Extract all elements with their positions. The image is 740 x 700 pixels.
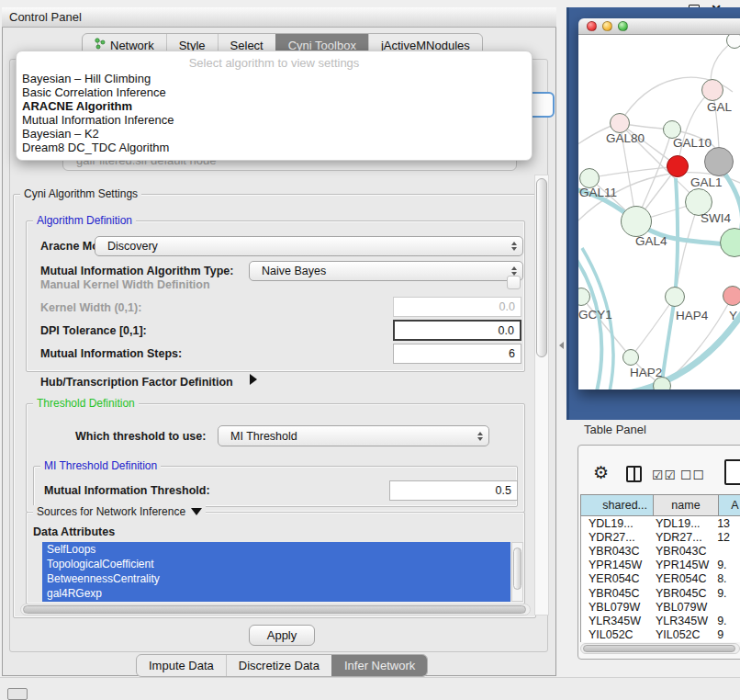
cell-name[interactable]: YDL19... [651, 517, 713, 530]
cell-name[interactable]: YBR045C [651, 587, 713, 600]
column-header-name[interactable]: name [653, 494, 719, 516]
network-window[interactable]: GALGAL80GAL10GAL1GAL11GAL4SWI4GCY1HAP4YH… [578, 18, 740, 390]
cell-value[interactable]: 9. [713, 587, 740, 600]
network-node[interactable] [723, 286, 740, 306]
table-row[interactable]: YPR145W YPR145W 9. [581, 559, 740, 572]
network-node[interactable] [701, 79, 723, 101]
vertical-scrollbar-thumb[interactable] [536, 178, 547, 357]
cell-shared-name[interactable]: YBR043C [581, 545, 651, 558]
minimize-traffic-light-icon[interactable] [602, 21, 612, 31]
table-row[interactable]: YIL052C YIL052C 9 [581, 628, 740, 642]
attribute-item[interactable]: TopologicalCoefficient [42, 557, 510, 571]
which-threshold-combobox[interactable]: MI Threshold [218, 425, 489, 446]
deselect-all-checkboxes-icon[interactable]: ☐☐ [680, 468, 705, 482]
close-traffic-light-icon[interactable] [587, 21, 597, 31]
algorithm-option[interactable]: Mutual Information Inference [17, 113, 532, 127]
network-node[interactable] [704, 147, 734, 176]
cell-value[interactable]: 9. [713, 559, 740, 571]
table-row[interactable]: YDL19... YDL19... 13 [581, 516, 740, 530]
cell-shared-name[interactable]: YPR145W [581, 559, 651, 571]
expand-right-icon[interactable] [250, 374, 257, 385]
manual-kernel-width-checkbox[interactable] [507, 276, 521, 289]
cell-shared-name[interactable]: YBL079W [581, 601, 651, 614]
network-node-label: GAL80 [606, 131, 645, 145]
cell-name[interactable]: YDR27... [651, 531, 713, 544]
combo-spinner-icon [477, 432, 483, 441]
cell-shared-name[interactable]: YDR27... [581, 531, 651, 544]
network-node[interactable] [726, 35, 740, 49]
mi-threshold-field[interactable]: 0.5 [389, 480, 518, 501]
network-node[interactable] [622, 349, 639, 366]
hub-definition-label[interactable]: Hub/Transcription Factor Definition [40, 376, 233, 389]
settings-horizontal-scrollbar[interactable] [20, 604, 531, 615]
zoom-traffic-light-icon[interactable] [618, 21, 628, 31]
apply-button[interactable]: Apply [249, 625, 315, 646]
tab-discretize-data[interactable]: Discretize Data [226, 655, 331, 676]
mi-algorithm-type-combobox[interactable]: Naive Bayes [249, 261, 523, 281]
table-scrollbar-thumb[interactable] [583, 645, 735, 652]
cell-shared-name[interactable]: YDL19... [581, 517, 651, 530]
column-header-partial[interactable]: A [718, 494, 740, 516]
attribute-item[interactable]: gal4RGexp [42, 586, 510, 601]
algorithm-option[interactable]: ARACNE Algorithm [17, 99, 532, 113]
kernel-width-field[interactable]: 0.0 [393, 297, 521, 317]
network-node[interactable] [665, 287, 685, 307]
algorithm-option[interactable]: Bayesian – Hill Climbing [17, 72, 532, 85]
cell-value[interactable]: 12 [713, 531, 740, 544]
minimized-panel-button[interactable] [7, 688, 28, 700]
tab-impute-data[interactable]: Impute Data [137, 655, 226, 676]
cell-value[interactable]: 9 [713, 628, 740, 641]
cell-shared-name[interactable]: YIL052C [581, 628, 651, 641]
cell-value[interactable]: 8. [713, 572, 740, 585]
table-row[interactable]: YBR045C YBR045C 9. [581, 586, 740, 600]
cell-value[interactable]: 9. [713, 615, 740, 627]
tab-infer-network[interactable]: Infer Network [331, 655, 427, 676]
cell-shared-name[interactable]: YER054C [581, 572, 651, 585]
sources-title[interactable]: Sources for Network Inference [33, 505, 206, 518]
network-node-label: SWI4 [701, 211, 731, 225]
cell-name[interactable]: YLR345W [651, 615, 713, 627]
network-node[interactable] [621, 206, 652, 237]
network-node[interactable] [610, 113, 630, 133]
attributes-scrollbar-thumb[interactable] [513, 548, 521, 590]
table-horizontal-scrollbar[interactable] [580, 643, 740, 654]
table-row[interactable]: YER054C YER054C 8. [581, 572, 740, 586]
splitter-collapse-icon[interactable] [559, 342, 564, 349]
column-header-shared-name[interactable]: shared... [580, 494, 654, 516]
horizontal-scrollbar-thumb[interactable] [23, 605, 526, 614]
table-row[interactable]: YBL079W YBL079W [581, 600, 740, 614]
network-canvas[interactable]: GALGAL80GAL10GAL1GAL11GAL4SWI4GCY1HAP4YH… [578, 35, 740, 390]
cell-name[interactable]: YIL052C [651, 628, 713, 641]
cell-shared-name[interactable]: YBR045C [581, 587, 651, 600]
algorithm-option[interactable]: Dream8 DC_TDC Algorithm [17, 141, 532, 154]
column-header-label: A [731, 499, 738, 512]
document-icon[interactable] [724, 459, 740, 485]
cell-name[interactable]: YER054C [651, 572, 713, 585]
table-row[interactable]: YBR043C YBR043C [581, 544, 740, 558]
aracne-mode-combobox[interactable]: Discovery [95, 236, 523, 256]
cell-name[interactable]: YBR043C [651, 545, 713, 558]
control-panel-titlebar[interactable]: Control Panel [2, 7, 556, 28]
table-row[interactable]: YLR345W YLR345W 9. [581, 614, 740, 627]
dpi-tolerance-field[interactable]: 0.0 [393, 320, 521, 341]
settings-vertical-scrollbar[interactable] [534, 175, 549, 615]
column-layout-icon[interactable] [626, 466, 642, 482]
attribute-item[interactable]: SelfLoops [42, 542, 510, 557]
cell-shared-name[interactable]: YLR345W [581, 615, 651, 627]
mi-steps-field[interactable]: 6 [393, 344, 521, 364]
dpi-tolerance-value: 0.0 [499, 324, 514, 337]
network-node[interactable] [667, 155, 689, 177]
cell-value[interactable]: 13 [713, 517, 740, 530]
cell-name[interactable]: YPR145W [651, 559, 713, 571]
network-node-label: GAL4 [635, 234, 667, 248]
select-all-checkboxes-icon[interactable]: ☑☑ [652, 468, 677, 482]
network-node-label: HAP4 [676, 309, 708, 322]
algorithm-option[interactable]: Basic Correlation Inference [17, 85, 532, 99]
table-row[interactable]: YDR27... YDR27... 12 [581, 530, 740, 544]
attributes-scrollbar[interactable] [511, 542, 523, 602]
gear-icon[interactable]: ⚙ [593, 462, 609, 483]
network-window-titlebar[interactable] [578, 18, 740, 35]
cell-name[interactable]: YBL079W [651, 601, 713, 614]
attribute-item[interactable]: BetweennessCentrality [42, 571, 510, 586]
algorithm-option[interactable]: Bayesian – K2 [17, 127, 532, 141]
